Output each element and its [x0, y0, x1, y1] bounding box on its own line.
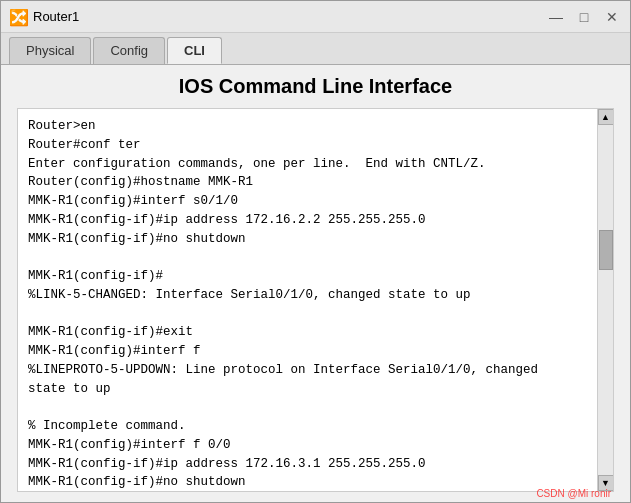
window-title: Router1: [33, 9, 79, 24]
maximize-button[interactable]: □: [574, 7, 594, 27]
title-bar-left: 🔀 Router1: [9, 8, 79, 26]
scrollbar[interactable]: ▲ ▼: [597, 109, 613, 491]
terminal-output[interactable]: Router>en Router#conf ter Enter configur…: [18, 109, 597, 491]
minimize-button[interactable]: —: [546, 7, 566, 27]
tab-bar: Physical Config CLI: [1, 33, 630, 65]
close-button[interactable]: ✕: [602, 7, 622, 27]
tab-config[interactable]: Config: [93, 37, 165, 64]
tab-physical[interactable]: Physical: [9, 37, 91, 64]
section-title: IOS Command Line Interface: [17, 75, 614, 98]
scroll-thumb[interactable]: [599, 230, 613, 270]
watermark: CSDN @Mi ronir: [536, 488, 611, 499]
title-bar-controls: — □ ✕: [546, 7, 622, 27]
app-icon: 🔀: [9, 8, 27, 26]
scroll-track[interactable]: [598, 125, 613, 475]
tab-cli[interactable]: CLI: [167, 37, 222, 64]
terminal-container[interactable]: Router>en Router#conf ter Enter configur…: [17, 108, 614, 492]
title-bar: 🔀 Router1 — □ ✕: [1, 1, 630, 33]
content-area: IOS Command Line Interface Router>en Rou…: [1, 65, 630, 502]
scroll-up-button[interactable]: ▲: [598, 109, 614, 125]
main-window: 🔀 Router1 — □ ✕ Physical Config CLI IOS …: [0, 0, 631, 503]
